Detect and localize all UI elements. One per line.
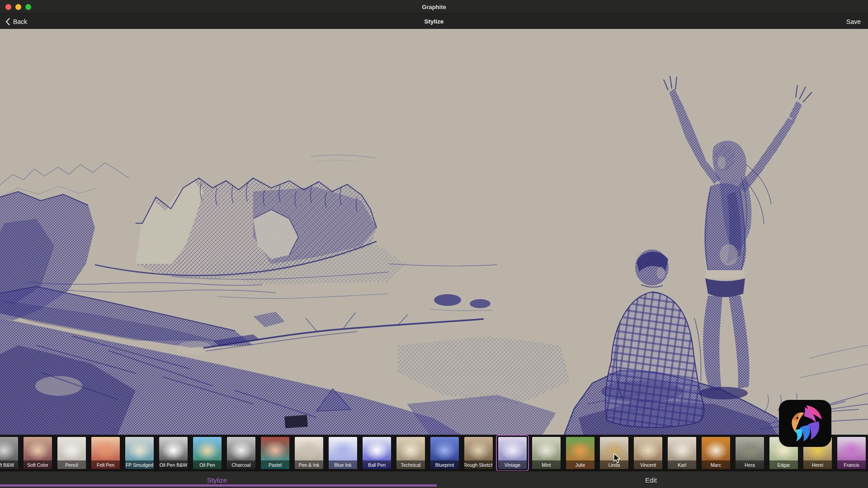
filter-thumb-oil-pen[interactable]: Oil Pen — [193, 437, 222, 469]
filter-thumb-hera[interactable]: Hera — [736, 437, 764, 469]
filter-thumb-oil-pen-b-w[interactable]: Oil Pen B&W — [159, 437, 188, 469]
filter-label: Pen & Ink — [295, 460, 323, 469]
filter-thumb-charcoal[interactable]: Charcoal — [227, 437, 255, 469]
filter-thumb-soft-b-w[interactable]: Soft B&W — [0, 437, 18, 469]
filter-label: Blue Ink — [329, 460, 357, 469]
filter-strip-container: Soft B&WSoft ColorPencilFelt PenFP Smudg… — [0, 435, 868, 471]
filter-thumb-julie[interactable]: Julie — [566, 437, 594, 469]
filter-label: Blueprint — [430, 460, 459, 469]
filter-label: Charcoal — [227, 460, 255, 469]
filter-thumb-marc[interactable]: Marc — [702, 437, 730, 469]
filter-thumb-karl[interactable]: Karl — [668, 437, 696, 469]
tab-edit-label: Edit — [645, 476, 657, 484]
app-title: Graphite — [0, 0, 868, 14]
filter-thumb-soft-color[interactable]: Soft Color — [24, 437, 52, 469]
filter-label: Oil Pen B&W — [159, 460, 188, 469]
page-title: Stylize — [0, 14, 868, 29]
save-button-label: Save — [846, 18, 861, 25]
mouse-pointer — [613, 453, 621, 466]
filter-label: Edgar — [769, 460, 798, 469]
filter-label: Felt Pen — [91, 460, 120, 469]
filter-label: Soft B&W — [0, 460, 18, 469]
filter-thumb-pen-ink[interactable]: Pen & Ink — [295, 437, 323, 469]
toolbar: Back Stylize Save — [0, 14, 868, 29]
graphite-lion-logo — [779, 400, 831, 447]
filter-label: Rough Sketch — [464, 460, 493, 469]
filter-label: Henri — [803, 460, 832, 469]
graphite-app-window: { "window": { "title": "Graphite", "traf… — [0, 0, 868, 488]
filter-label: Pastel — [261, 460, 289, 469]
filter-label: Ball Pen — [363, 460, 391, 469]
filter-label: Mint — [532, 460, 561, 469]
filter-thumb-fp-smudged[interactable]: FP Smudged — [125, 437, 154, 469]
stylized-image-preview — [0, 29, 868, 435]
filter-label: Vincent — [634, 460, 662, 469]
filter-strip: Soft B&WSoft ColorPencilFelt PenFP Smudg… — [0, 437, 866, 469]
lion-icon — [779, 400, 831, 447]
filter-label: Francis — [837, 460, 866, 469]
filter-thumb-blueprint[interactable]: Blueprint — [430, 437, 459, 469]
filter-label: Hera — [736, 460, 764, 469]
filter-label: Marc — [702, 460, 730, 469]
filter-thumb-vintage[interactable]: Vintage — [498, 437, 527, 469]
title-bar: Graphite — [0, 0, 868, 14]
active-tab-underline — [0, 484, 437, 487]
ink-sketch-artwork — [0, 29, 868, 435]
save-button[interactable]: Save — [846, 14, 861, 29]
filter-thumb-felt-pen[interactable]: Felt Pen — [91, 437, 120, 469]
tab-edit[interactable]: Edit — [434, 471, 868, 488]
filter-label: Julie — [566, 460, 594, 469]
filter-thumb-technical[interactable]: Technical — [396, 437, 425, 469]
filter-label: Technical — [396, 460, 425, 469]
filter-label: Soft Color — [24, 460, 52, 469]
mode-tab-bar: Stylize Edit — [0, 471, 868, 488]
filter-thumb-pencil[interactable]: Pencil — [57, 437, 86, 469]
filter-thumb-vincent[interactable]: Vincent — [634, 437, 662, 469]
filter-label: Pencil — [57, 460, 86, 469]
filter-thumb-pastel[interactable]: Pastel — [261, 437, 289, 469]
filter-label: FP Smudged — [125, 460, 154, 469]
filter-thumb-francis[interactable]: Francis — [837, 437, 866, 469]
filter-label: Vintage — [498, 460, 527, 469]
tab-stylize-label: Stylize — [207, 476, 227, 484]
filter-thumb-mint[interactable]: Mint — [532, 437, 561, 469]
filter-thumb-blue-ink[interactable]: Blue Ink — [329, 437, 357, 469]
filter-thumb-rough-sketch[interactable]: Rough Sketch — [464, 437, 493, 469]
filter-label: Oil Pen — [193, 460, 222, 469]
filter-thumb-ball-pen[interactable]: Ball Pen — [363, 437, 391, 469]
filter-label: Karl — [668, 460, 696, 469]
